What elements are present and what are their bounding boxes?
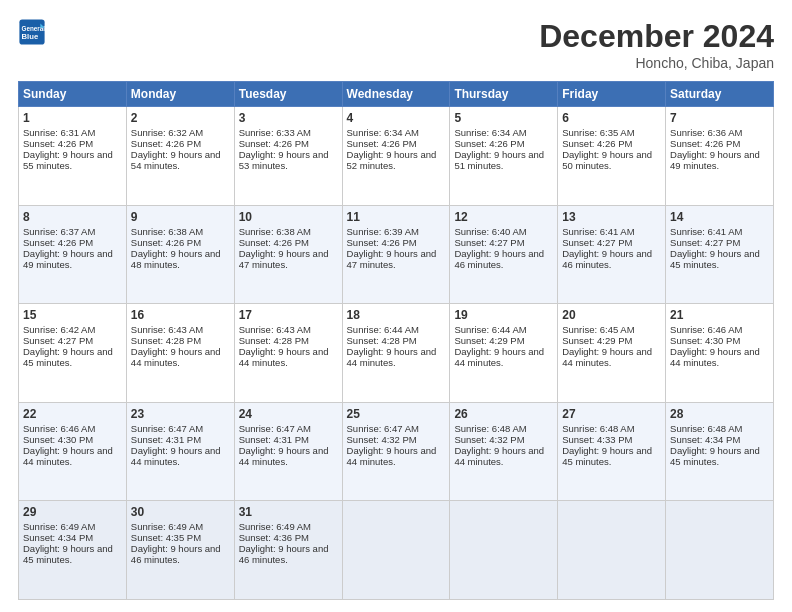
day-empty-4	[666, 501, 774, 600]
day-30: 30 Sunrise: 6:49 AMSunset: 4:35 PMDaylig…	[126, 501, 234, 600]
day-12: 12 Sunrise: 6:40 AMSunset: 4:27 PMDaylig…	[450, 205, 558, 304]
logo: General Blue	[18, 18, 46, 46]
calendar-row-week4: 22 Sunrise: 6:46 AMSunset: 4:30 PMDaylig…	[19, 402, 774, 501]
col-friday: Friday	[558, 82, 666, 107]
day-16: 16 Sunrise: 6:43 AMSunset: 4:28 PMDaylig…	[126, 304, 234, 403]
day-31: 31 Sunrise: 6:49 AMSunset: 4:36 PMDaylig…	[234, 501, 342, 600]
day-1: 1 Sunrise: 6:31 AMSunset: 4:26 PMDayligh…	[19, 107, 127, 206]
day-7: 7 Sunrise: 6:36 AMSunset: 4:26 PMDayligh…	[666, 107, 774, 206]
day-10: 10 Sunrise: 6:38 AMSunset: 4:26 PMDaylig…	[234, 205, 342, 304]
day-22: 22 Sunrise: 6:46 AMSunset: 4:30 PMDaylig…	[19, 402, 127, 501]
day-20: 20 Sunrise: 6:45 AMSunset: 4:29 PMDaylig…	[558, 304, 666, 403]
day-14: 14 Sunrise: 6:41 AMSunset: 4:27 PMDaylig…	[666, 205, 774, 304]
day-3: 3 Sunrise: 6:33 AMSunset: 4:26 PMDayligh…	[234, 107, 342, 206]
day-18: 18 Sunrise: 6:44 AMSunset: 4:28 PMDaylig…	[342, 304, 450, 403]
day-4: 4 Sunrise: 6:34 AMSunset: 4:26 PMDayligh…	[342, 107, 450, 206]
day-empty-1	[342, 501, 450, 600]
col-saturday: Saturday	[666, 82, 774, 107]
title-block: December 2024 Honcho, Chiba, Japan	[539, 18, 774, 71]
day-26: 26 Sunrise: 6:48 AMSunset: 4:32 PMDaylig…	[450, 402, 558, 501]
day-8: 8 Sunrise: 6:37 AMSunset: 4:26 PMDayligh…	[19, 205, 127, 304]
month-title: December 2024	[539, 18, 774, 55]
col-monday: Monday	[126, 82, 234, 107]
day-5: 5 Sunrise: 6:34 AMSunset: 4:26 PMDayligh…	[450, 107, 558, 206]
calendar-table: Sunday Monday Tuesday Wednesday Thursday…	[18, 81, 774, 600]
day-25: 25 Sunrise: 6:47 AMSunset: 4:32 PMDaylig…	[342, 402, 450, 501]
day-2: 2 Sunrise: 6:32 AMSunset: 4:26 PMDayligh…	[126, 107, 234, 206]
col-wednesday: Wednesday	[342, 82, 450, 107]
calendar-row-week5: 29 Sunrise: 6:49 AMSunset: 4:34 PMDaylig…	[19, 501, 774, 600]
col-thursday: Thursday	[450, 82, 558, 107]
day-23: 23 Sunrise: 6:47 AMSunset: 4:31 PMDaylig…	[126, 402, 234, 501]
day-15: 15 Sunrise: 6:42 AMSunset: 4:27 PMDaylig…	[19, 304, 127, 403]
header: General Blue December 2024 Honcho, Chiba…	[18, 18, 774, 71]
day-empty-2	[450, 501, 558, 600]
day-17: 17 Sunrise: 6:43 AMSunset: 4:28 PMDaylig…	[234, 304, 342, 403]
calendar-row-week1: 1 Sunrise: 6:31 AMSunset: 4:26 PMDayligh…	[19, 107, 774, 206]
calendar-row-week2: 8 Sunrise: 6:37 AMSunset: 4:26 PMDayligh…	[19, 205, 774, 304]
day-27: 27 Sunrise: 6:48 AMSunset: 4:33 PMDaylig…	[558, 402, 666, 501]
day-28: 28 Sunrise: 6:48 AMSunset: 4:34 PMDaylig…	[666, 402, 774, 501]
day-19: 19 Sunrise: 6:44 AMSunset: 4:29 PMDaylig…	[450, 304, 558, 403]
svg-text:Blue: Blue	[22, 32, 39, 41]
page: General Blue December 2024 Honcho, Chiba…	[0, 0, 792, 612]
day-empty-3	[558, 501, 666, 600]
day-29: 29 Sunrise: 6:49 AMSunset: 4:34 PMDaylig…	[19, 501, 127, 600]
day-21: 21 Sunrise: 6:46 AMSunset: 4:30 PMDaylig…	[666, 304, 774, 403]
calendar-row-week3: 15 Sunrise: 6:42 AMSunset: 4:27 PMDaylig…	[19, 304, 774, 403]
location: Honcho, Chiba, Japan	[539, 55, 774, 71]
day-24: 24 Sunrise: 6:47 AMSunset: 4:31 PMDaylig…	[234, 402, 342, 501]
day-9: 9 Sunrise: 6:38 AMSunset: 4:26 PMDayligh…	[126, 205, 234, 304]
day-11: 11 Sunrise: 6:39 AMSunset: 4:26 PMDaylig…	[342, 205, 450, 304]
day-13: 13 Sunrise: 6:41 AMSunset: 4:27 PMDaylig…	[558, 205, 666, 304]
calendar-header-row: Sunday Monday Tuesday Wednesday Thursday…	[19, 82, 774, 107]
col-tuesday: Tuesday	[234, 82, 342, 107]
logo-icon: General Blue	[18, 18, 46, 46]
day-6: 6 Sunrise: 6:35 AMSunset: 4:26 PMDayligh…	[558, 107, 666, 206]
col-sunday: Sunday	[19, 82, 127, 107]
